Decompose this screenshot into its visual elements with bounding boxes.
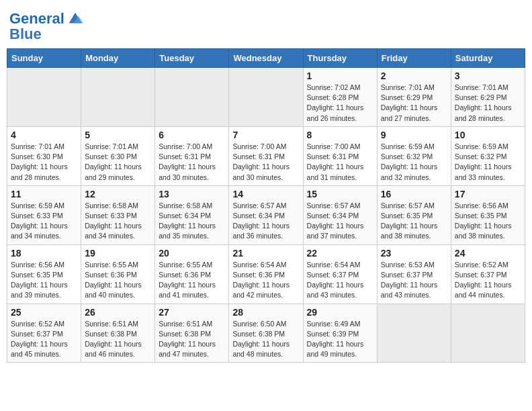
calendar-cell: 9Sunrise: 6:59 AMSunset: 6:32 PMDaylight… [377,126,451,185]
weekday-header-monday: Monday [81,49,155,68]
day-detail: Sunrise: 6:58 AMSunset: 6:33 PMDaylight:… [85,201,151,242]
logo-icon [66,9,85,28]
day-number: 9 [381,130,447,140]
weekday-header-sunday: Sunday [7,49,81,68]
day-number: 17 [455,189,521,199]
calendar-cell [377,304,451,363]
weekday-header-tuesday: Tuesday [155,49,229,68]
calendar-cell [451,304,525,363]
day-detail: Sunrise: 6:57 AMSunset: 6:34 PMDaylight:… [232,201,299,242]
day-detail: Sunrise: 6:58 AMSunset: 6:34 PMDaylight:… [159,201,225,242]
calendar-cell: 7Sunrise: 7:00 AMSunset: 6:31 PMDaylight… [229,126,303,185]
calendar-cell: 25Sunrise: 6:52 AMSunset: 6:37 PMDayligh… [7,304,81,363]
calendar-cell: 15Sunrise: 6:57 AMSunset: 6:34 PMDayligh… [303,185,377,244]
calendar-cell: 14Sunrise: 6:57 AMSunset: 6:34 PMDayligh… [229,185,303,244]
day-number: 7 [232,130,299,140]
day-number: 15 [307,189,373,199]
calendar-cell: 17Sunrise: 6:56 AMSunset: 6:35 PMDayligh… [451,185,525,244]
day-detail: Sunrise: 7:02 AMSunset: 6:28 PMDaylight:… [307,83,373,124]
calendar-cell: 5Sunrise: 7:01 AMSunset: 6:30 PMDaylight… [81,126,155,185]
calendar-cell: 22Sunrise: 6:54 AMSunset: 6:37 PMDayligh… [303,244,377,304]
day-detail: Sunrise: 6:54 AMSunset: 6:37 PMDaylight:… [307,260,373,301]
day-detail: Sunrise: 7:00 AMSunset: 6:31 PMDaylight:… [232,142,299,183]
day-detail: Sunrise: 6:56 AMSunset: 6:35 PMDaylight:… [11,260,77,301]
day-detail: Sunrise: 6:52 AMSunset: 6:37 PMDaylight:… [11,319,77,360]
day-detail: Sunrise: 6:59 AMSunset: 6:32 PMDaylight:… [455,142,521,183]
calendar-cell: 6Sunrise: 7:00 AMSunset: 6:31 PMDaylight… [155,126,229,185]
calendar-cell: 10Sunrise: 6:59 AMSunset: 6:32 PMDayligh… [451,126,525,185]
day-number: 16 [381,189,447,199]
day-number: 19 [85,248,151,259]
day-detail: Sunrise: 6:50 AMSunset: 6:38 PMDaylight:… [232,319,299,360]
day-number: 23 [381,248,447,259]
day-detail: Sunrise: 6:59 AMSunset: 6:33 PMDaylight:… [11,201,77,242]
calendar-cell [7,68,81,127]
day-detail: Sunrise: 6:51 AMSunset: 6:38 PMDaylight:… [159,319,225,360]
day-detail: Sunrise: 6:51 AMSunset: 6:38 PMDaylight:… [85,319,151,360]
day-detail: Sunrise: 6:49 AMSunset: 6:39 PMDaylight:… [307,319,373,360]
day-number: 13 [159,189,225,199]
page-header: General Blue [7,7,525,43]
day-detail: Sunrise: 6:53 AMSunset: 6:37 PMDaylight:… [381,260,447,301]
weekday-header-thursday: Thursday [303,49,377,68]
week-row-1: 1Sunrise: 7:02 AMSunset: 6:28 PMDaylight… [7,68,525,127]
day-detail: Sunrise: 7:00 AMSunset: 6:31 PMDaylight:… [159,142,225,183]
calendar-cell: 11Sunrise: 6:59 AMSunset: 6:33 PMDayligh… [7,185,81,244]
calendar-cell: 8Sunrise: 7:00 AMSunset: 6:31 PMDaylight… [303,126,377,185]
calendar-cell: 13Sunrise: 6:58 AMSunset: 6:34 PMDayligh… [155,185,229,244]
day-number: 4 [11,130,77,140]
calendar-cell [155,68,229,127]
day-number: 22 [307,248,373,259]
day-number: 20 [159,248,225,259]
day-number: 8 [307,130,373,140]
day-detail: Sunrise: 7:01 AMSunset: 6:29 PMDaylight:… [455,83,521,124]
calendar-cell: 3Sunrise: 7:01 AMSunset: 6:29 PMDaylight… [451,68,525,127]
weekday-header-row: SundayMondayTuesdayWednesdayThursdayFrid… [7,49,525,68]
calendar-cell: 16Sunrise: 6:57 AMSunset: 6:35 PMDayligh… [377,185,451,244]
weekday-header-saturday: Saturday [451,49,525,68]
calendar-cell: 1Sunrise: 7:02 AMSunset: 6:28 PMDaylight… [303,68,377,127]
week-row-4: 18Sunrise: 6:56 AMSunset: 6:35 PMDayligh… [7,244,525,304]
day-number: 24 [455,248,521,259]
calendar-table: SundayMondayTuesdayWednesdayThursdayFrid… [7,48,525,363]
week-row-3: 11Sunrise: 6:59 AMSunset: 6:33 PMDayligh… [7,185,525,244]
calendar-cell: 12Sunrise: 6:58 AMSunset: 6:33 PMDayligh… [81,185,155,244]
logo: General Blue [9,9,85,43]
week-row-5: 25Sunrise: 6:52 AMSunset: 6:37 PMDayligh… [7,304,525,363]
day-detail: Sunrise: 6:55 AMSunset: 6:36 PMDaylight:… [159,260,225,301]
calendar-cell: 2Sunrise: 7:01 AMSunset: 6:29 PMDaylight… [377,68,451,127]
day-detail: Sunrise: 7:01 AMSunset: 6:30 PMDaylight:… [85,142,151,183]
calendar-cell: 24Sunrise: 6:52 AMSunset: 6:37 PMDayligh… [451,244,525,304]
weekday-header-friday: Friday [377,49,451,68]
day-number: 11 [11,189,77,199]
calendar-cell: 26Sunrise: 6:51 AMSunset: 6:38 PMDayligh… [81,304,155,363]
day-number: 28 [232,307,299,318]
day-number: 12 [85,189,151,199]
day-number: 2 [381,71,447,81]
calendar-cell: 29Sunrise: 6:49 AMSunset: 6:39 PMDayligh… [303,304,377,363]
day-detail: Sunrise: 7:00 AMSunset: 6:31 PMDaylight:… [307,142,373,183]
day-number: 5 [85,130,151,140]
day-detail: Sunrise: 6:54 AMSunset: 6:36 PMDaylight:… [232,260,299,301]
day-number: 27 [159,307,225,318]
day-number: 10 [455,130,521,140]
day-detail: Sunrise: 6:57 AMSunset: 6:35 PMDaylight:… [381,201,447,242]
calendar-cell: 27Sunrise: 6:51 AMSunset: 6:38 PMDayligh… [155,304,229,363]
calendar-cell [81,68,155,127]
calendar-cell: 19Sunrise: 6:55 AMSunset: 6:36 PMDayligh… [81,244,155,304]
day-number: 3 [455,71,521,81]
day-detail: Sunrise: 6:56 AMSunset: 6:35 PMDaylight:… [455,201,521,242]
day-number: 21 [232,248,299,259]
week-row-2: 4Sunrise: 7:01 AMSunset: 6:30 PMDaylight… [7,126,525,185]
weekday-header-wednesday: Wednesday [229,49,303,68]
calendar-cell: 28Sunrise: 6:50 AMSunset: 6:38 PMDayligh… [229,304,303,363]
day-detail: Sunrise: 6:57 AMSunset: 6:34 PMDaylight:… [307,201,373,242]
day-number: 18 [11,248,77,259]
calendar-cell: 20Sunrise: 6:55 AMSunset: 6:36 PMDayligh… [155,244,229,304]
calendar-cell: 23Sunrise: 6:53 AMSunset: 6:37 PMDayligh… [377,244,451,304]
calendar-cell [229,68,303,127]
day-detail: Sunrise: 6:52 AMSunset: 6:37 PMDaylight:… [455,260,521,301]
calendar-cell: 21Sunrise: 6:54 AMSunset: 6:36 PMDayligh… [229,244,303,304]
day-detail: Sunrise: 6:59 AMSunset: 6:32 PMDaylight:… [381,142,447,183]
day-detail: Sunrise: 7:01 AMSunset: 6:30 PMDaylight:… [11,142,77,183]
